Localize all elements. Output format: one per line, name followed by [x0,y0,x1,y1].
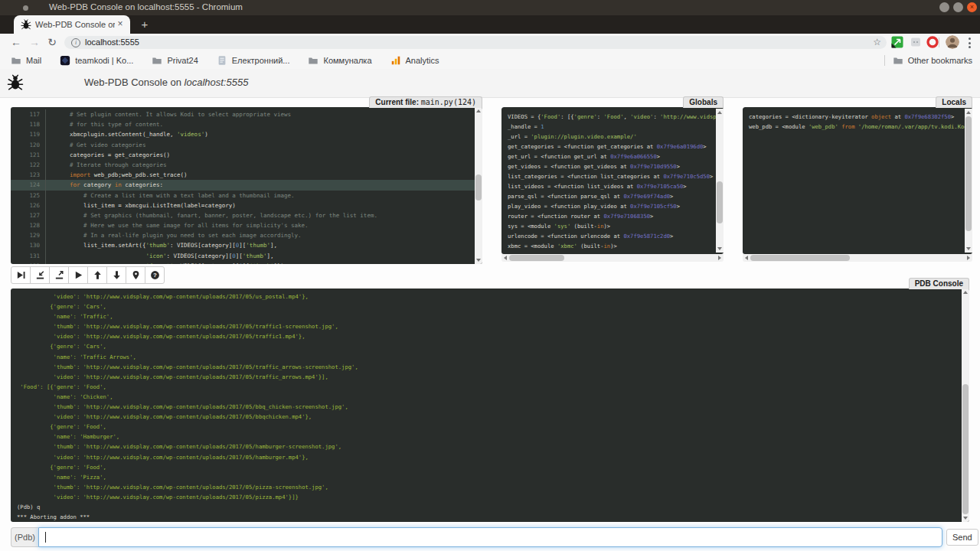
map-marker-icon [131,270,141,280]
console-output-line: 'name': 'Traffic Arrows', [11,352,969,362]
console-output-line: 'video': 'http://www.vidsplay.com/wp-con… [11,331,969,341]
code-line: 123 import web_pdb;web_pdb.set_trace() [11,170,482,180]
code-line: 129 # In a real-life plugin you need to … [11,230,482,240]
line-number: 127 [11,210,46,220]
reload-button[interactable]: ↻ [45,35,59,49]
bookmark-label: Електронний... [232,56,290,65]
code-line: 121 categories = get_categories() [11,150,482,160]
globals-horizontal-scrollbar[interactable] [501,254,724,262]
page-info-icon[interactable]: i [71,38,80,47]
debug-help-button[interactable]: ? [145,266,165,284]
profile-avatar[interactable] [946,35,959,49]
globals-variable-line: sys = <module 'sys' (built-in)> [501,221,724,231]
code-line: 132 'fanart': VIDEOS[category][0]['thumb… [11,261,482,264]
page-header: Web-PDB Console on localhost:5555 [0,69,980,98]
code-line: 131 'icon': VIDEOS[category][0]['thumb']… [11,251,482,261]
code-line: 119 xbmcplugin.setContent(_handle, 'vide… [11,129,482,139]
debug-down-button[interactable] [106,266,126,284]
globals-variable-line: xbmc = <module 'xbmc' (built-in)> [501,241,724,251]
bookmark-item[interactable]: Коммуналка [308,55,371,66]
minimize-button[interactable] [939,2,949,12]
code-vertical-scrollbar[interactable] [475,107,482,264]
step-forward-icon [16,270,26,280]
locals-horizontal-scrollbar[interactable] [743,254,972,262]
console-vertical-scrollbar[interactable] [962,289,969,522]
debug-continue-button[interactable] [68,266,88,284]
send-button[interactable]: Send [946,529,978,546]
line-number: 119 [11,129,46,139]
console-output-line: 'video': 'http://www.vidsplay.com/wp-con… [11,452,969,462]
extension-green-icon[interactable] [891,36,903,48]
window-title: Web-PDB Console on localhost:5555 - Chro… [49,2,243,11]
tab-title: Web-PDB Console on loca [35,20,115,29]
browser-menu-icon[interactable] [969,37,972,48]
bookmark-item[interactable]: Mail [11,55,41,66]
bookmark-star-icon[interactable]: ☆ [873,37,881,47]
debug-return-button[interactable] [49,266,69,284]
web-pdb-logo-bug-icon [7,74,24,91]
extension-red-icon[interactable] [926,36,939,48]
globals-vertical-scrollbar[interactable] [716,109,724,253]
screen: Web-PDB Console on localhost:5555 - Chro… [0,0,980,551]
doc-icon [217,55,227,66]
back-button[interactable]: ← [9,35,23,49]
folder-icon [11,55,21,66]
arrow-down-icon [112,270,122,280]
current-file-name: main.py(124) [421,98,476,106]
code-line: 122 # Iterate through categories [11,160,482,170]
console-output-line: 'video': 'http://www.vidsplay.com/wp-con… [11,492,969,502]
extension-gray-icon[interactable] [910,36,922,48]
pdb-console-label: PDB Console [909,278,969,289]
debug-step-button[interactable] [30,266,50,284]
console-output-line: 'thumb': 'http://www.vidsplay.com/wp-con… [11,402,969,412]
locals-vertical-scrollbar[interactable] [965,109,972,253]
browser-tab[interactable]: Web-PDB Console on loca × [14,15,130,34]
window-icon [23,5,28,11]
bookmark-label: Mail [26,56,41,65]
console-output-line: 'Food': [{'genre': 'Food', [11,382,969,392]
bookmark-item[interactable]: Analytics [390,55,439,66]
code-line: 128 # Here we use the same image for all… [11,220,482,230]
debug-up-button[interactable] [87,266,107,284]
console-output-line: 'name': 'Hamburger', [11,432,969,442]
new-tab-button[interactable]: + [138,18,152,31]
folder-icon [893,55,903,66]
bookmark-item[interactable]: Електронний... [217,55,290,66]
pdb-command-input[interactable] [38,527,942,547]
tab-close-icon[interactable]: × [115,18,126,29]
console-output-line: 'thumb': 'http://www.vidsplay.com/wp-con… [11,482,969,492]
bug-favicon [21,19,31,30]
bookmark-item[interactable]: teamkodi | Ko... [60,55,133,66]
globals-variable-line: get_categories = <function get_categorie… [501,142,724,152]
bookmarks-bar: Mailteamkodi | Ko...Privat24Електронний.… [0,51,980,70]
pdb-console-panel[interactable]: 'video': 'http://www.vidsplay.com/wp-con… [11,289,969,522]
locals-panel[interactable]: categories = <dictionary-keyiterator obj… [743,107,972,262]
console-output-line: 'video': 'http://www.vidsplay.com/wp-con… [11,292,969,302]
pdb-prompt-label: (Pdb) [11,527,38,547]
analytics-icon [390,55,401,66]
maximize-button[interactable] [953,2,963,12]
page-title: Web-PDB Console on localhost:5555 [84,77,248,88]
console-output-line: 'name': 'Pizza', [11,472,969,482]
folder-icon [152,55,162,66]
code-panel[interactable]: 117 # Set plugin content. It allows Kodi… [11,107,482,264]
debug-where-button[interactable] [126,266,145,284]
globals-variable-line: list_videos = <function list_videos at 0… [501,181,724,191]
line-number: 120 [11,140,46,150]
bookmark-item[interactable]: Privat24 [152,55,198,66]
line-number: 129 [11,230,46,240]
close-button[interactable]: × [967,2,977,12]
other-bookmarks-button[interactable]: Other bookmarks [893,55,972,66]
globals-variable-line: parse_qsl = <function parse_qsl at 0x7f9… [501,191,724,201]
code-line: 120 # Get video categories [11,140,482,150]
debugger-toolbar: ? [11,266,165,284]
browser-toolbar: ← → ↻ i localhost:5555 ☆ [0,34,980,51]
line-number: 128 [11,220,46,230]
debug-next-button[interactable] [11,266,31,284]
folder-icon [308,55,318,66]
globals-panel[interactable]: VIDEOS = {'Food': [{'genre': 'Food', 'vi… [501,107,724,262]
address-bar[interactable]: i localhost:5555 ☆ [64,36,887,49]
kodi-icon [60,55,70,66]
line-number: 130 [11,240,46,250]
console-output-line: 'video': 'http://www.vidsplay.com/wp-con… [11,412,969,422]
